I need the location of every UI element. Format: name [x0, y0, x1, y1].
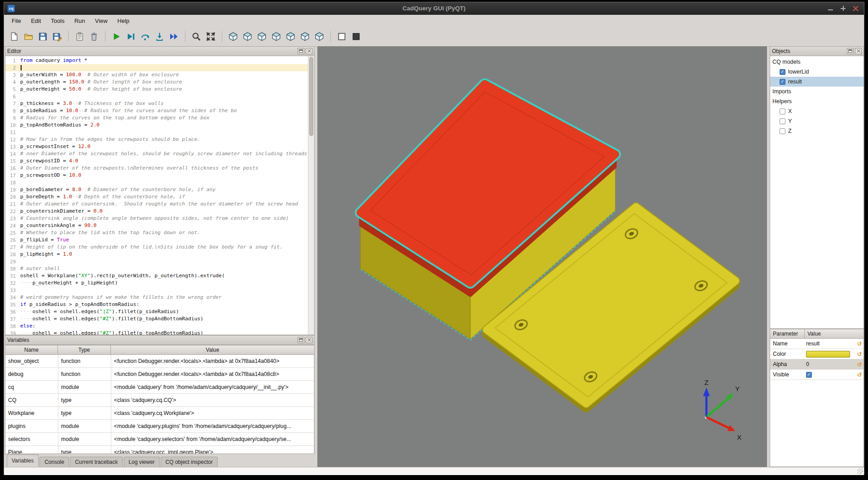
menu-help[interactable]: Help [113, 16, 135, 26]
checkbox[interactable] [806, 372, 812, 378]
step-into-button[interactable] [153, 30, 166, 44]
save-button[interactable] [36, 30, 49, 44]
run-script-button[interactable] [110, 30, 123, 44]
bottom-view-button[interactable] [313, 30, 326, 44]
variable-type: type [58, 446, 111, 454]
tree-item-helpers[interactable]: Helpers [770, 96, 864, 106]
maximize-icon[interactable] [840, 5, 846, 11]
minimize-icon[interactable] [828, 5, 833, 11]
param-value[interactable]: result [805, 340, 855, 347]
open-file-button[interactable] [22, 30, 35, 44]
undo-button[interactable]: ↺ [855, 371, 864, 378]
right-view-button[interactable] [284, 30, 297, 44]
menu-file[interactable]: File [7, 16, 26, 26]
line-number-gutter: 1234567891011121314151617181920212223242… [5, 57, 18, 335]
back-view-button[interactable] [255, 30, 268, 44]
tab-current-traceback[interactable]: Current traceback [70, 457, 123, 467]
column-header-type[interactable]: Type [58, 345, 111, 355]
panel-close-icon[interactable] [306, 337, 312, 343]
debug-button[interactable] [124, 30, 137, 44]
variable-row[interactable]: show_objectfunction<function Debugger.re… [5, 355, 314, 368]
param-value[interactable]: 0 [805, 361, 855, 367]
tab-console[interactable]: Console [39, 457, 69, 467]
line-number: 29 [5, 258, 18, 265]
code-editor[interactable]: 1234567891011121314151617181920212223242… [5, 56, 315, 335]
code-line: # weird geometry happens if we make the … [20, 294, 308, 301]
shaded-mode-button[interactable] [350, 30, 363, 44]
parameter-table: Nameresult↺Color↺Alpha0↺Visible↺ [770, 339, 864, 467]
param-row-visible: Visible↺ [770, 370, 864, 380]
continue-button[interactable] [167, 30, 180, 44]
checkbox[interactable] [780, 79, 785, 85]
variable-row[interactable]: selectorsmodule<module 'cadquery.selecto… [5, 433, 314, 446]
tree-item-imports[interactable]: Imports [770, 87, 864, 96]
line-number: 35 [5, 301, 18, 308]
variable-row[interactable]: CQtype<class 'cadquery.cq.CQ'> [5, 394, 314, 407]
undo-button[interactable]: ↺ [855, 340, 864, 347]
3d-viewport[interactable]: Z Y X [317, 46, 767, 467]
fit-all-button[interactable] [204, 30, 217, 44]
variable-name: Plane [5, 446, 58, 454]
undock-icon[interactable] [847, 48, 854, 54]
undo-button[interactable]: ↺ [855, 361, 864, 368]
checkbox[interactable] [780, 118, 785, 124]
panel-close-icon[interactable] [306, 48, 312, 54]
tree-item-z[interactable]: Z [770, 126, 864, 136]
new-file-button[interactable] [8, 30, 21, 44]
resize-grip-icon[interactable] [857, 468, 863, 474]
variable-row[interactable]: Workplanetype<class 'cadquery.cq.Workpla… [5, 407, 314, 420]
tree-item-label: X [788, 108, 792, 114]
line-number: 37 [5, 315, 18, 323]
zoom-to-fit-button[interactable] [190, 30, 203, 44]
variable-type: module [58, 420, 111, 432]
editor-scrollbar[interactable] [308, 56, 314, 335]
tab-log-viewer[interactable]: Log viewer [124, 457, 160, 467]
line-number: 1 [5, 57, 18, 64]
front-view-button[interactable] [241, 30, 254, 44]
delete-button[interactable] [88, 30, 101, 44]
tab-cq-object-inspector[interactable]: CQ object inspector [161, 457, 218, 467]
menu-edit[interactable]: Edit [26, 16, 46, 26]
color-swatch[interactable] [806, 351, 850, 358]
undo-button[interactable]: ↺ [855, 351, 864, 358]
variable-name: selectors [5, 433, 58, 445]
iso-view-button[interactable] [227, 30, 240, 44]
column-header-value[interactable]: Value [111, 345, 315, 355]
top-view-button[interactable] [298, 30, 311, 44]
wireframe-mode-button[interactable] [335, 30, 348, 44]
scrollbar-thumb[interactable] [309, 57, 313, 136]
checkbox[interactable] [780, 69, 785, 75]
code-line: # Whether to place the lid with the top … [20, 229, 308, 236]
close-icon[interactable] [853, 5, 859, 11]
variable-row[interactable]: debugfunction<function Debugger.render.<… [5, 368, 314, 381]
tree-item-y[interactable]: Y [770, 116, 864, 126]
tab-variables[interactable]: Variables [7, 454, 39, 467]
column-header-name[interactable]: Name [5, 345, 58, 355]
clipboard-button[interactable] [73, 30, 86, 44]
panel-close-icon[interactable] [855, 48, 862, 54]
variable-row[interactable]: pluginsmodule<module 'cadquery.plugins' … [5, 420, 314, 433]
menu-tools[interactable]: Tools [46, 16, 69, 26]
code-line: p_countersinkDiameter = 0.0 [20, 208, 308, 215]
tree-item-cq-models[interactable]: CQ models [770, 57, 864, 67]
undock-icon[interactable] [298, 48, 304, 54]
menu-view[interactable]: View [90, 16, 113, 26]
tree-item-lowerlid[interactable]: lowerLid [770, 67, 864, 77]
line-number: 25 [5, 229, 18, 236]
left-view-button[interactable] [270, 30, 283, 44]
save-as-button[interactable] [51, 30, 64, 44]
checkbox[interactable] [780, 128, 785, 134]
clipboard-icon [75, 32, 84, 41]
line-number: 4 [5, 79, 18, 86]
param-value[interactable] [805, 351, 855, 358]
step-over-button[interactable] [139, 30, 152, 44]
variable-row[interactable]: Planetype<class 'cadquery.occ_impl.geom.… [5, 446, 314, 454]
shaded-mode-icon [351, 32, 361, 41]
menu-run[interactable]: Run [70, 16, 90, 26]
param-value[interactable] [805, 372, 855, 378]
tree-item-result[interactable]: result [770, 77, 864, 87]
tree-item-x[interactable]: X [770, 106, 864, 116]
undock-icon[interactable] [298, 337, 304, 343]
variable-row[interactable]: cqmodule<module 'cadquery' from '/home/a… [5, 381, 314, 394]
checkbox[interactable] [780, 109, 785, 114]
